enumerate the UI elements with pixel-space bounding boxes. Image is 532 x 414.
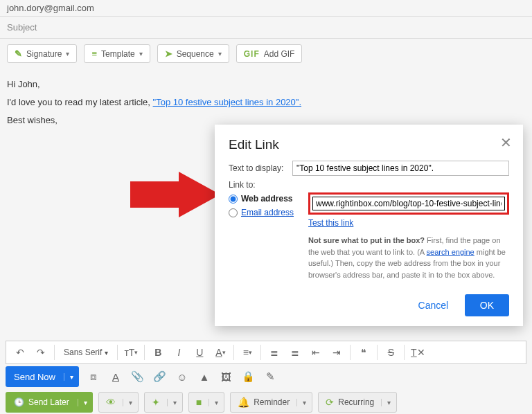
font-size-icon[interactable]: тT▾: [121, 343, 141, 362]
svg-marker-0: [130, 172, 220, 217]
reminder-label: Reminder: [254, 397, 290, 407]
send-now-button[interactable]: Send Now ▾: [6, 366, 79, 387]
italic-icon[interactable]: I: [169, 343, 188, 362]
caret-down-icon: ▾: [209, 399, 224, 406]
close-icon[interactable]: ✕: [500, 134, 512, 151]
indent-less-icon[interactable]: ⇤: [306, 343, 326, 362]
web-address-radio[interactable]: [229, 195, 238, 204]
url-input[interactable]: [312, 197, 505, 210]
caret-down-icon: ▾: [296, 399, 312, 406]
dialog-title: Edit Link: [229, 137, 509, 152]
bulleted-list-icon[interactable]: ≣: [285, 343, 305, 362]
cancel-button[interactable]: Cancel: [409, 294, 459, 316]
drive-icon[interactable]: ▲: [197, 369, 212, 384]
sequence-icon: ➤: [165, 48, 172, 59]
send-now-label: Send Now: [6, 372, 64, 382]
recurring-label: Recurring: [338, 397, 374, 407]
puzzle-icon: ✦: [152, 397, 160, 408]
track-button[interactable]: 👁 ▾: [98, 392, 139, 413]
gif-icon: GIF: [244, 49, 260, 59]
text-to-display-label: Text to display:: [229, 163, 292, 173]
signature-button[interactable]: ✎ Signature ▾: [7, 44, 77, 63]
align-icon[interactable]: ≡▾: [238, 343, 257, 362]
bold-icon[interactable]: B: [148, 343, 168, 362]
clock-icon: 🕒: [14, 397, 24, 407]
undo-icon[interactable]: ↶: [10, 343, 30, 362]
search-engine-link[interactable]: search engine: [427, 248, 475, 256]
template-label: Template: [101, 49, 135, 59]
dropbox-icon[interactable]: ⧈: [86, 369, 101, 384]
note-icon: ■: [196, 397, 202, 408]
send-later-dropdown-icon[interactable]: ▾: [78, 399, 93, 406]
body-article-link[interactable]: "Top 10 festive subject lines in 2020".: [153, 97, 301, 107]
web-address-radio-label: Web address: [241, 194, 292, 204]
email-address-radio[interactable]: [229, 208, 238, 217]
email-address-radio-label[interactable]: Email address: [241, 208, 294, 217]
emoji-icon[interactable]: ☺: [175, 369, 190, 384]
signature-label: Signature: [26, 49, 62, 59]
notes-button[interactable]: ■ ▾: [188, 392, 224, 413]
recurring-button[interactable]: ⟳Recurring ▾: [318, 392, 397, 413]
pen-icon[interactable]: ✎: [263, 369, 278, 384]
insert-link-icon[interactable]: 🔗: [152, 369, 168, 384]
send-later-label: Send Later: [28, 397, 69, 407]
test-this-link[interactable]: Test this link: [308, 218, 353, 228]
text-color-icon[interactable]: A▾: [211, 343, 230, 362]
font-family-select[interactable]: Sans Serif▾: [58, 348, 114, 357]
template-button[interactable]: ≡ Template ▾: [84, 44, 150, 63]
text-to-display-input[interactable]: [292, 161, 509, 176]
add-gif-label: Add GIF: [264, 49, 295, 59]
caret-down-icon: ▾: [167, 399, 182, 406]
signature-icon: ✎: [15, 48, 22, 59]
extension-row: 🕒Send Later ▾ 👁 ▾ ✦ ▾ ■ ▾ 🔔Reminder ▾ ⟳R…: [6, 390, 526, 414]
help-bold: Not sure what to put in the box?: [308, 236, 425, 244]
recurring-icon: ⟳: [326, 397, 334, 408]
strikethrough-icon[interactable]: S: [381, 343, 400, 362]
sequence-button[interactable]: ➤ Sequence ▾: [157, 44, 229, 63]
attach-icon[interactable]: 📎: [130, 369, 145, 384]
indent-more-icon[interactable]: ⇥: [327, 343, 346, 362]
format-toolbar: ↶ ↷ Sans Serif▾ тT▾ B I U A▾ ≡▾ ≣ ≣ ⇤ ⇥ …: [6, 341, 526, 364]
link-to-label: Link to:: [229, 180, 509, 190]
template-icon: ≡: [91, 48, 97, 59]
caret-down-icon: ▾: [139, 50, 143, 57]
insert-photo-icon[interactable]: 🖼: [219, 369, 234, 384]
bell-icon: 🔔: [238, 397, 249, 408]
caret-down-icon: ▾: [123, 399, 138, 406]
help-text: Not sure what to put in the box? First, …: [308, 235, 509, 280]
caret-down-icon: ▾: [381, 399, 396, 406]
add-gif-button[interactable]: GIF Add GIF: [236, 44, 303, 63]
remove-formatting-icon[interactable]: T✕: [408, 343, 427, 362]
send-later-button[interactable]: 🕒Send Later ▾: [6, 392, 93, 413]
to-field[interactable]: john.dory@gmail.com: [0, 0, 532, 17]
subject-field[interactable]: Subject: [0, 17, 532, 39]
url-input-highlight: [308, 192, 509, 215]
confidential-icon[interactable]: 🔒: [241, 369, 256, 384]
sequence-label: Sequence: [177, 49, 214, 59]
edit-link-dialog: ✕ Edit Link Text to display: Link to: We…: [215, 125, 523, 326]
underline-icon[interactable]: U: [190, 343, 209, 362]
caret-down-icon: ▾: [218, 50, 222, 57]
body-greeting: Hi John,: [7, 75, 525, 93]
numbered-list-icon[interactable]: ≣: [265, 343, 284, 362]
reminder-button[interactable]: 🔔Reminder ▾: [230, 392, 312, 413]
extension-button-1[interactable]: ✦ ▾: [144, 392, 183, 413]
redo-icon[interactable]: ↷: [31, 343, 51, 362]
text-style-icon[interactable]: A: [108, 369, 123, 384]
quote-icon[interactable]: ❝: [354, 343, 373, 362]
eye-icon: 👁: [106, 397, 116, 408]
red-arrow-annotation: [130, 172, 220, 217]
ok-button[interactable]: OK: [465, 294, 509, 316]
caret-down-icon: ▾: [66, 50, 69, 57]
send-now-dropdown-icon[interactable]: ▾: [64, 373, 79, 381]
body-line: I'd love you to read my latest article,: [7, 97, 153, 107]
send-row: Send Now ▾ ⧈ A 📎 🔗 ☺ ▲ 🖼 🔒 ✎: [6, 366, 526, 388]
font-family-label: Sans Serif: [64, 348, 102, 357]
compose-toolbar: ✎ Signature ▾ ≡ Template ▾ ➤ Sequence ▾ …: [0, 39, 532, 69]
